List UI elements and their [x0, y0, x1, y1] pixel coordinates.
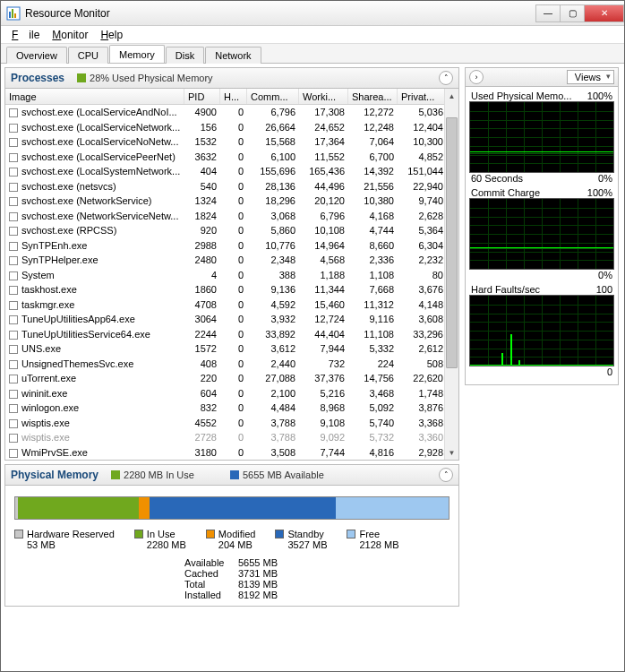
membar-standby: [150, 497, 336, 519]
row-checkbox[interactable]: [9, 153, 18, 162]
table-row[interactable]: svchost.exe (LocalServiceAndNoI...490006…: [5, 105, 458, 120]
memory-stats: Available5655 MB Cached3731 MB Total8139…: [184, 557, 449, 600]
table-row[interactable]: svchost.exe (RPCSS)92005,86010,1084,7445…: [5, 223, 458, 238]
col-image[interactable]: Image: [5, 89, 184, 104]
table-row[interactable]: svchost.exe (LocalServicePeerNet)363206,…: [5, 150, 458, 165]
row-checkbox[interactable]: [9, 404, 18, 413]
row-checkbox[interactable]: [9, 301, 18, 310]
row-checkbox[interactable]: [9, 286, 18, 295]
col-pid[interactable]: PID: [184, 89, 220, 104]
collapse-icon[interactable]: ˄: [439, 71, 453, 85]
row-checkbox[interactable]: [9, 108, 18, 117]
close-button[interactable]: ✕: [584, 4, 624, 22]
menu-monitor[interactable]: Monitor: [47, 27, 93, 43]
maximize-button[interactable]: ▢: [560, 4, 585, 22]
table-row[interactable]: TuneUpUtilitiesService64.exe2244033,8924…: [5, 327, 458, 342]
table-row[interactable]: taskhost.exe186009,13611,3447,6683,676: [5, 282, 458, 297]
row-checkbox[interactable]: [9, 345, 18, 354]
row-checkbox[interactable]: [9, 138, 18, 147]
table-row[interactable]: SynTPEnh.exe2988010,77614,9648,6606,304: [5, 238, 458, 254]
graph-hard-faults: Hard Faults/sec100 0: [469, 284, 614, 377]
expand-icon[interactable]: ›: [469, 70, 484, 84]
tab-network[interactable]: Network: [205, 47, 261, 64]
menu-bar: File Monitor Help: [1, 26, 624, 44]
table-row[interactable]: winlogon.exe83204,4848,9685,0923,876: [5, 401, 458, 416]
table-row[interactable]: System403881,1881,10880: [5, 268, 458, 283]
table-row[interactable]: wisptis.exe272803,7889,0925,7323,360: [5, 430, 458, 445]
row-checkbox[interactable]: [9, 256, 18, 265]
col-shareable[interactable]: Sharea...: [348, 89, 398, 104]
table-row[interactable]: TuneUpUtilitiesApp64.exe306403,93212,724…: [5, 312, 458, 327]
row-checkbox[interactable]: [9, 390, 18, 399]
views-dropdown[interactable]: Views: [567, 70, 614, 84]
row-checkbox[interactable]: [9, 315, 18, 324]
svg-rect-3: [14, 13, 16, 18]
table-row[interactable]: UnsignedThemesSvc.exe40802,440732224508: [5, 357, 458, 372]
window-title: Resource Monitor: [25, 7, 536, 20]
svg-rect-2: [12, 9, 13, 18]
table-row[interactable]: svchost.exe (LocalServiceNetwork...15602…: [5, 120, 458, 135]
table-row[interactable]: SynTPHelper.exe248002,3484,5682,3362,232: [5, 253, 458, 268]
table-row[interactable]: svchost.exe (NetworkService)1324018,2962…: [5, 194, 458, 209]
row-checkbox[interactable]: [9, 168, 18, 177]
graph-used-phys-mem: Used Physical Memo...100% 60 Seconds0%: [469, 90, 614, 184]
row-checkbox[interactable]: [9, 124, 18, 133]
menu-help[interactable]: Help: [95, 27, 128, 43]
processes-header[interactable]: Processes 28% Used Physical Memory ˄: [4, 67, 459, 89]
table-row[interactable]: wininit.exe60402,1005,2163,4681,748: [5, 386, 458, 401]
table-row[interactable]: UNS.exe157203,6127,9445,3322,612: [5, 341, 458, 357]
col-commit[interactable]: Comm...: [247, 89, 299, 104]
row-checkbox[interactable]: [9, 360, 18, 369]
scroll-down-icon[interactable]: ▼: [445, 445, 458, 460]
row-checkbox[interactable]: [9, 227, 18, 236]
legend: Hardware Reserved53 MB In Use2280 MB Mod…: [14, 529, 449, 550]
tab-overview[interactable]: Overview: [6, 47, 67, 64]
scrollbar[interactable]: ▲ ▼: [444, 89, 458, 460]
table-row[interactable]: wisptis.exe455203,7889,1085,7403,368: [5, 416, 458, 431]
row-checkbox[interactable]: [9, 242, 18, 251]
col-working[interactable]: Worki...: [299, 89, 348, 104]
usage-marker-icon: [77, 73, 86, 82]
row-checkbox[interactable]: [9, 434, 18, 443]
tab-cpu[interactable]: CPU: [68, 47, 108, 64]
tab-memory[interactable]: Memory: [109, 45, 165, 63]
graph-commit-charge: Commit Charge100% 0%: [469, 187, 614, 280]
tab-disk[interactable]: Disk: [166, 47, 204, 64]
table-row[interactable]: uTorrent.exe220027,08837,37614,75622,620: [5, 371, 458, 386]
app-icon: [6, 6, 21, 21]
svg-rect-1: [9, 12, 11, 18]
processes-title: Processes: [11, 72, 64, 84]
menu-file[interactable]: File: [6, 27, 45, 43]
right-panel-header: › Views: [465, 67, 619, 87]
physmem-title: Physical Memory: [11, 469, 98, 481]
row-checkbox[interactable]: [9, 197, 18, 206]
row-checkbox[interactable]: [9, 212, 18, 221]
row-checkbox[interactable]: [9, 331, 18, 340]
processes-usage: 28% Used Physical Memory: [90, 73, 213, 83]
table-row[interactable]: svchost.exe (LocalSystemNetwork...404015…: [5, 164, 458, 179]
row-checkbox[interactable]: [9, 375, 18, 383]
tab-bar: Overview CPU Memory Disk Network: [1, 44, 624, 64]
col-h[interactable]: H...: [220, 89, 247, 104]
legend-free: Free2128 MB: [347, 529, 398, 550]
table-row[interactable]: svchost.exe (LocalServiceNoNetw...153201…: [5, 134, 458, 150]
row-checkbox[interactable]: [9, 183, 18, 192]
legend-hw: Hardware Reserved53 MB: [14, 529, 115, 550]
table-row[interactable]: taskmgr.exe470804,59215,46011,3124,148: [5, 297, 458, 313]
table-row[interactable]: svchost.exe (netsvcs)540028,13644,49621,…: [5, 179, 458, 194]
legend-standby: Standby3527 MB: [275, 529, 327, 550]
scroll-up-icon[interactable]: ▲: [445, 89, 458, 103]
row-checkbox[interactable]: [9, 449, 18, 458]
legend-modified: Modified204 MB: [206, 529, 256, 550]
scroll-thumb[interactable]: [446, 117, 458, 368]
table-row[interactable]: svchost.exe (NetworkServiceNetw...182403…: [5, 209, 458, 224]
row-checkbox[interactable]: [9, 271, 18, 280]
table-row[interactable]: WmiPrvSE.exe318003,5087,7444,8162,928: [5, 445, 458, 461]
col-private[interactable]: Privat...: [398, 89, 447, 104]
collapse-icon[interactable]: ˄: [439, 468, 453, 482]
row-checkbox[interactable]: [9, 419, 18, 428]
minimize-button[interactable]: —: [535, 4, 561, 22]
membar-free: [336, 497, 449, 519]
physmem-header[interactable]: Physical Memory 2280 MB In Use 5655 MB A…: [4, 464, 459, 486]
physmem-avail: 5655 MB Available: [243, 470, 324, 480]
